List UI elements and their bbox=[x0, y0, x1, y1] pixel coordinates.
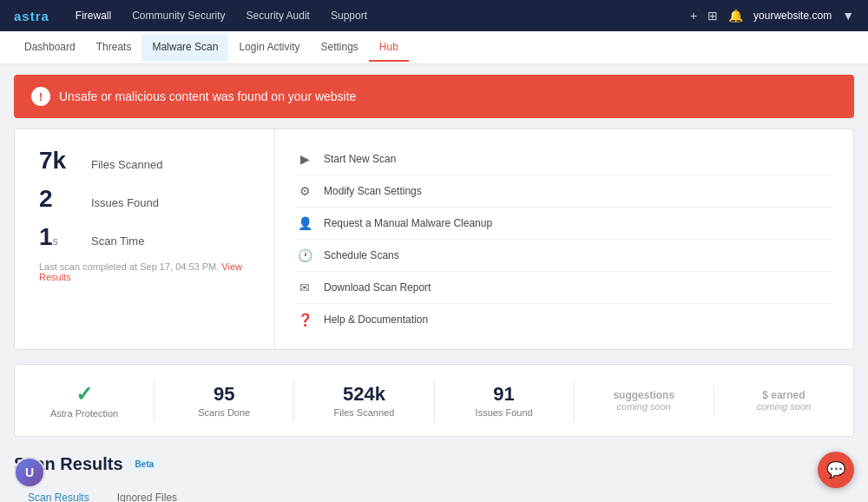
files-scanned-row: 7k Files Scanned bbox=[39, 147, 250, 175]
envelope-icon: ✉ bbox=[296, 279, 313, 296]
scan-time-value: 1s bbox=[39, 223, 81, 251]
suggestions-value: suggestions bbox=[589, 389, 700, 401]
suggestions-soon: coming soon bbox=[589, 401, 700, 412]
clock-icon: 🕐 bbox=[296, 247, 313, 264]
nav-item-community[interactable]: Community Security bbox=[123, 4, 233, 27]
stats-actions-panel: 7k Files Scanned 2 Issues Found 1s Scan … bbox=[14, 129, 854, 350]
issues-found-metric-label: Issues Found bbox=[449, 407, 560, 418]
subnav-hub[interactable]: Hub bbox=[369, 34, 409, 62]
main-content: 7k Files Scanned 2 Issues Found 1s Scan … bbox=[0, 129, 868, 502]
grid-icon[interactable]: ⊞ bbox=[707, 9, 718, 23]
action-manual-cleanup[interactable]: 👤 Request a Manual Malware Cleanup bbox=[296, 208, 832, 240]
action-modify-settings[interactable]: ⚙ Modify Scan Settings bbox=[296, 175, 832, 208]
metric-scans-done: 95 Scans Done bbox=[155, 380, 294, 421]
subnav-dashboard[interactable]: Dashboard bbox=[14, 34, 86, 62]
metric-earned: $ earned coming soon bbox=[714, 386, 853, 415]
scans-done-label: Scans Done bbox=[168, 407, 279, 418]
user-avatar[interactable]: U bbox=[14, 457, 45, 488]
subnav-threats[interactable]: Threats bbox=[86, 34, 142, 62]
issues-found-value: 2 bbox=[39, 185, 81, 213]
action-schedule-scans[interactable]: 🕐 Schedule Scans bbox=[296, 240, 832, 272]
action-label-manual-cleanup: Request a Manual Malware Cleanup bbox=[324, 217, 492, 229]
scan-results-tabs: Scan Results Ignored Files bbox=[14, 485, 854, 502]
metric-issues-found: 91 Issues Found bbox=[435, 380, 575, 421]
user-icon: 👤 bbox=[296, 215, 313, 232]
play-icon: ▶ bbox=[296, 150, 313, 168]
protection-label: Astra Protection bbox=[29, 408, 140, 419]
chevron-down-icon[interactable]: ▼ bbox=[842, 9, 854, 23]
scan-results-header: Scan Results Beta bbox=[14, 454, 854, 474]
help-icon: ❓ bbox=[296, 311, 313, 328]
last-scan-text: Last scan completed at Sep 17, 04:53 PM.… bbox=[39, 261, 250, 282]
alert-text: Unsafe or malicious content was found on… bbox=[59, 89, 356, 103]
sub-nav: Dashboard Threats Malware Scan Login Act… bbox=[0, 31, 868, 64]
files-scanned-label: Files Scanned bbox=[91, 158, 162, 171]
action-label-schedule: Schedule Scans bbox=[324, 249, 399, 261]
top-nav-items: Firewall Community Security Security Aud… bbox=[67, 4, 376, 27]
metric-protection: ✓ Astra Protection bbox=[15, 379, 155, 422]
chat-fab-button[interactable]: 💬 bbox=[818, 452, 854, 488]
scans-done-value: 95 bbox=[168, 383, 279, 406]
tab-ignored-files[interactable]: Ignored Files bbox=[103, 485, 191, 502]
action-download-report[interactable]: ✉ Download Scan Report bbox=[296, 272, 832, 304]
stats-panel: 7k Files Scanned 2 Issues Found 1s Scan … bbox=[15, 129, 275, 349]
subnav-login-activity[interactable]: Login Activity bbox=[228, 34, 310, 62]
action-help-docs[interactable]: ❓ Help & Documentation bbox=[296, 304, 832, 335]
metrics-row: ✓ Astra Protection 95 Scans Done 524k Fi… bbox=[14, 364, 854, 437]
bell-icon[interactable]: 🔔 bbox=[728, 9, 743, 23]
issues-found-metric-value: 91 bbox=[449, 383, 560, 406]
nav-item-audit[interactable]: Security Audit bbox=[238, 4, 319, 27]
metric-files-scanned: 524k Files Scanned bbox=[294, 380, 434, 421]
action-start-scan[interactable]: ▶ Start New Scan bbox=[296, 143, 832, 175]
scan-time-label: Scan Time bbox=[91, 234, 144, 248]
action-label-help: Help & Documentation bbox=[324, 314, 428, 326]
top-nav: astra Firewall Community Security Securi… bbox=[0, 0, 868, 31]
files-scanned-metric-label: Files Scanned bbox=[308, 407, 419, 418]
nav-item-support[interactable]: Support bbox=[322, 4, 376, 27]
issues-found-label: Issues Found bbox=[91, 196, 159, 209]
beta-badge: Beta bbox=[130, 458, 160, 471]
plus-icon[interactable]: + bbox=[690, 9, 697, 23]
subnav-malware-scan[interactable]: Malware Scan bbox=[141, 34, 228, 62]
gear-icon: ⚙ bbox=[296, 182, 313, 200]
protection-checkmark: ✓ bbox=[29, 382, 140, 406]
action-label-download: Download Scan Report bbox=[324, 281, 431, 294]
metric-suggestions: suggestions coming soon bbox=[575, 386, 714, 415]
avatar-initials: U bbox=[16, 459, 43, 486]
scan-time-row: 1s Scan Time bbox=[39, 223, 250, 251]
subnav-settings[interactable]: Settings bbox=[310, 34, 368, 62]
nav-item-firewall[interactable]: Firewall bbox=[67, 4, 120, 27]
actions-panel: ▶ Start New Scan ⚙ Modify Scan Settings … bbox=[275, 129, 853, 349]
top-nav-right: + ⊞ 🔔 yourwebsite.com ▼ bbox=[690, 9, 854, 23]
earned-value: $ earned bbox=[728, 389, 839, 401]
files-scanned-value: 7k bbox=[39, 147, 81, 175]
logo: astra bbox=[14, 9, 49, 23]
site-name[interactable]: yourwebsite.com bbox=[753, 10, 832, 22]
files-scanned-metric-value: 524k bbox=[308, 383, 419, 406]
alert-icon: ! bbox=[31, 87, 50, 106]
issues-found-row: 2 Issues Found bbox=[39, 185, 250, 213]
alert-banner: ! Unsafe or malicious content was found … bbox=[14, 75, 854, 118]
action-label-modify-settings: Modify Scan Settings bbox=[324, 185, 422, 197]
earned-soon: coming soon bbox=[728, 401, 839, 412]
chat-icon: 💬 bbox=[826, 460, 845, 479]
action-label-start-scan: Start New Scan bbox=[324, 153, 396, 165]
